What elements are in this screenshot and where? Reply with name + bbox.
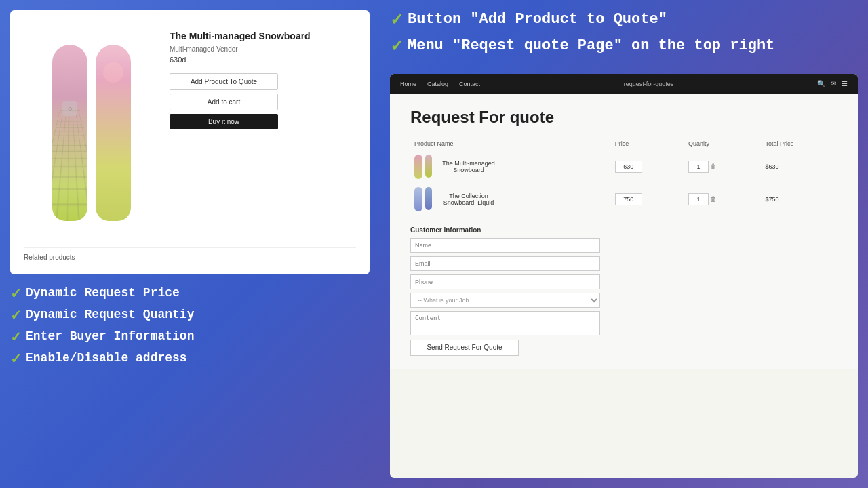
callout-checkmark-1: ✓: [390, 10, 403, 30]
mini-board-2a: [414, 187, 422, 211]
callout-item-2: ✓ Menu "Reqest quote Page" on the top ri…: [390, 37, 858, 56]
row2-name: The Collection Snowboard: Liquid: [435, 192, 502, 206]
row1-price-input[interactable]: [615, 161, 642, 173]
product-card-screenshot: ◇ The Multi-managed Snowboard Multi-mana…: [10, 10, 370, 274]
feature-item-1: ✓ Dynamic Request Price: [10, 285, 370, 302]
customer-phone-input[interactable]: [410, 274, 600, 289]
feature-item-2: ✓ Dynamic Request Quantiy: [10, 307, 370, 323]
row1-qty: 🗑: [684, 150, 762, 183]
related-products-label: Related products: [24, 247, 356, 261]
col-price: Price: [611, 138, 684, 150]
customer-content-textarea[interactable]: [410, 311, 600, 336]
checkmark-icon-4: ✓: [10, 350, 22, 367]
row2-price-input[interactable]: [615, 193, 642, 205]
mini-board-2b: [425, 187, 432, 210]
quote-page-title: Request For quote: [410, 108, 837, 127]
snowboard-2: [96, 45, 131, 221]
mini-board-1a: [414, 155, 422, 179]
row1-qty-input[interactable]: [688, 161, 709, 173]
customer-email-input[interactable]: [410, 256, 600, 271]
callout-checkmark-2: ✓: [390, 37, 403, 56]
row1-board-image: [414, 155, 432, 179]
checkmark-icon-3: ✓: [10, 329, 22, 345]
feature-text-1: Dynamic Request Price: [26, 285, 180, 301]
feature-item-4: ✓ Enable/Disable address: [10, 350, 370, 367]
menu-icon[interactable]: ☰: [842, 80, 848, 87]
product-details: The Multi-managed Snowboard Multi-manage…: [159, 24, 356, 242]
row1-total: $630: [761, 150, 837, 183]
col-quantity: Quanity: [684, 138, 762, 150]
feature-text-4: Enable/Disable address: [26, 350, 187, 366]
snowboard-1: ◇: [52, 45, 87, 221]
add-to-cart-button[interactable]: Add to cart: [170, 94, 278, 110]
row1-delete-icon[interactable]: 🗑: [710, 163, 717, 170]
nav-url: request-for-quotes: [624, 81, 674, 87]
row2-board-image: [414, 187, 432, 211]
customer-job-select[interactable]: -- What is your Job: [410, 293, 600, 308]
table-row: The Collection Snowboard: Liquid 🗑 $750: [410, 183, 837, 216]
nav-contact[interactable]: Contact: [459, 81, 480, 87]
customer-info-title: Customer Information: [410, 226, 837, 234]
grid-overlay: [52, 109, 87, 221]
left-panel: ◇ The Multi-managed Snowboard Multi-mana…: [0, 0, 380, 488]
row1-name: The Multi-managed Snowboard: [435, 160, 502, 174]
quote-nav: Home Catalog Contact request-for-quotes …: [390, 74, 858, 94]
feature-item-3: ✓ Enter Buyer Information: [10, 329, 370, 345]
send-request-button[interactable]: Send Request For Quote: [410, 340, 519, 356]
customer-name-input[interactable]: [410, 238, 600, 253]
row1-price: [611, 150, 684, 183]
right-panel: ✓ Button "Add Product to Quote" ✓ Menu "…: [380, 0, 868, 488]
row2-price: [611, 183, 684, 216]
mini-board-1b: [425, 155, 432, 178]
feature-text-2: Dynamic Request Quantiy: [26, 307, 194, 323]
add-product-to-quote-button[interactable]: Add Product To Quote: [170, 73, 278, 90]
buy-it-now-button[interactable]: Buy it now: [170, 114, 278, 129]
product-card-inner: ◇ The Multi-managed Snowboard Multi-mana…: [24, 24, 356, 242]
nav-icons: 🔍 ✉ ☰: [817, 80, 848, 87]
nav-links: Home Catalog Contact: [400, 81, 480, 87]
mail-icon[interactable]: ✉: [831, 80, 836, 87]
row2-qty: 🗑: [684, 183, 762, 216]
row2-total: $750: [761, 183, 837, 216]
quote-page-screenshot: Home Catalog Contact request-for-quotes …: [390, 74, 858, 478]
row2-delete-icon[interactable]: 🗑: [710, 195, 717, 203]
quote-table: Product Name Price Quanity Total Price: [410, 138, 837, 216]
customer-info-section: Customer Information -- What is your Job…: [410, 226, 837, 356]
row2-product: The Collection Snowboard: Liquid: [410, 183, 611, 216]
row1-product: The Multi-managed Snowboard: [410, 150, 611, 183]
search-icon[interactable]: 🔍: [817, 80, 825, 87]
quote-content: Request For quote Product Name Price Qua…: [390, 94, 858, 369]
callout-text-1: Button "Add Product to Quote": [408, 10, 667, 30]
feature-text-3: Enter Buyer Information: [26, 329, 194, 344]
snowboard-decoration: [103, 62, 123, 83]
callout-text-2: Menu "Reqest quote Page" on the top righ…: [408, 37, 774, 56]
callout-item-1: ✓ Button "Add Product to Quote": [390, 10, 858, 30]
col-total-price: Total Price: [761, 138, 837, 150]
col-product-name: Product Name: [410, 138, 611, 150]
checkmark-icon-2: ✓: [10, 307, 22, 323]
cube-icon: ◇: [62, 101, 77, 116]
row2-qty-input[interactable]: [688, 193, 709, 205]
top-callouts: ✓ Button "Add Product to Quote" ✓ Menu "…: [390, 10, 858, 63]
nav-catalog[interactable]: Catalog: [427, 81, 448, 87]
features-list: ✓ Dynamic Request Price ✓ Dynamic Reques…: [10, 285, 370, 367]
checkmark-icon-1: ✓: [10, 285, 22, 302]
product-price: 630d: [170, 56, 346, 64]
product-title: The Multi-managed Snowboard: [170, 30, 346, 41]
nav-home[interactable]: Home: [400, 81, 416, 87]
snowboard-image-area: ◇: [24, 24, 159, 242]
table-row: The Multi-managed Snowboard 🗑 $630: [410, 150, 837, 183]
product-vendor: Multi-managed Vendor: [170, 45, 346, 53]
